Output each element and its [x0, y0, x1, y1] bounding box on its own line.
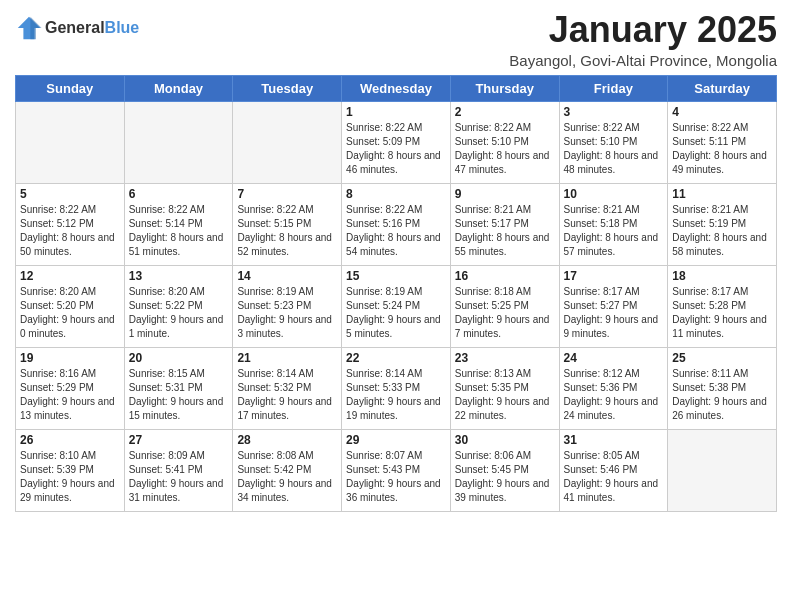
day-info: Sunrise: 8:16 AMSunset: 5:29 PMDaylight:… [20, 367, 120, 423]
header-sunday: Sunday [16, 75, 125, 101]
month-title: January 2025 [509, 10, 777, 50]
day-info: Sunrise: 8:17 AMSunset: 5:28 PMDaylight:… [672, 285, 772, 341]
day-info: Sunrise: 8:19 AMSunset: 5:24 PMDaylight:… [346, 285, 446, 341]
day-number: 21 [237, 351, 337, 365]
day-info: Sunrise: 8:20 AMSunset: 5:20 PMDaylight:… [20, 285, 120, 341]
day-number: 17 [564, 269, 664, 283]
day-number: 30 [455, 433, 555, 447]
day-info: Sunrise: 8:22 AMSunset: 5:11 PMDaylight:… [672, 121, 772, 177]
day-number: 13 [129, 269, 229, 283]
day-info: Sunrise: 8:14 AMSunset: 5:32 PMDaylight:… [237, 367, 337, 423]
day-number: 16 [455, 269, 555, 283]
day-number: 18 [672, 269, 772, 283]
day-number: 9 [455, 187, 555, 201]
subtitle: Bayangol, Govi-Altai Province, Mongolia [509, 52, 777, 69]
calendar-cell: 13Sunrise: 8:20 AMSunset: 5:22 PMDayligh… [124, 265, 233, 347]
day-info: Sunrise: 8:21 AMSunset: 5:17 PMDaylight:… [455, 203, 555, 259]
day-number: 6 [129, 187, 229, 201]
header: GeneralBlue January 2025 Bayangol, Govi-… [15, 10, 777, 69]
day-number: 10 [564, 187, 664, 201]
day-info: Sunrise: 8:13 AMSunset: 5:35 PMDaylight:… [455, 367, 555, 423]
day-number: 8 [346, 187, 446, 201]
day-info: Sunrise: 8:17 AMSunset: 5:27 PMDaylight:… [564, 285, 664, 341]
logo-icon [15, 14, 43, 42]
day-info: Sunrise: 8:11 AMSunset: 5:38 PMDaylight:… [672, 367, 772, 423]
day-info: Sunrise: 8:22 AMSunset: 5:10 PMDaylight:… [564, 121, 664, 177]
day-number: 5 [20, 187, 120, 201]
page-container: GeneralBlue January 2025 Bayangol, Govi-… [0, 0, 792, 522]
calendar-cell: 30Sunrise: 8:06 AMSunset: 5:45 PMDayligh… [450, 429, 559, 511]
day-info: Sunrise: 8:19 AMSunset: 5:23 PMDaylight:… [237, 285, 337, 341]
header-friday: Friday [559, 75, 668, 101]
day-info: Sunrise: 8:22 AMSunset: 5:14 PMDaylight:… [129, 203, 229, 259]
calendar-week-3: 12Sunrise: 8:20 AMSunset: 5:20 PMDayligh… [16, 265, 777, 347]
day-number: 22 [346, 351, 446, 365]
calendar-week-1: 1Sunrise: 8:22 AMSunset: 5:09 PMDaylight… [16, 101, 777, 183]
day-number: 20 [129, 351, 229, 365]
calendar-week-4: 19Sunrise: 8:16 AMSunset: 5:29 PMDayligh… [16, 347, 777, 429]
calendar-cell [16, 101, 125, 183]
calendar-cell: 6Sunrise: 8:22 AMSunset: 5:14 PMDaylight… [124, 183, 233, 265]
day-number: 11 [672, 187, 772, 201]
day-info: Sunrise: 8:10 AMSunset: 5:39 PMDaylight:… [20, 449, 120, 505]
day-info: Sunrise: 8:08 AMSunset: 5:42 PMDaylight:… [237, 449, 337, 505]
day-number: 1 [346, 105, 446, 119]
calendar-cell: 3Sunrise: 8:22 AMSunset: 5:10 PMDaylight… [559, 101, 668, 183]
day-info: Sunrise: 8:18 AMSunset: 5:25 PMDaylight:… [455, 285, 555, 341]
calendar-cell: 14Sunrise: 8:19 AMSunset: 5:23 PMDayligh… [233, 265, 342, 347]
calendar-body: 1Sunrise: 8:22 AMSunset: 5:09 PMDaylight… [16, 101, 777, 511]
day-info: Sunrise: 8:21 AMSunset: 5:18 PMDaylight:… [564, 203, 664, 259]
calendar-cell: 19Sunrise: 8:16 AMSunset: 5:29 PMDayligh… [16, 347, 125, 429]
calendar-cell [668, 429, 777, 511]
calendar-cell: 15Sunrise: 8:19 AMSunset: 5:24 PMDayligh… [342, 265, 451, 347]
day-number: 4 [672, 105, 772, 119]
day-number: 23 [455, 351, 555, 365]
day-info: Sunrise: 8:15 AMSunset: 5:31 PMDaylight:… [129, 367, 229, 423]
weekday-header-row: Sunday Monday Tuesday Wednesday Thursday… [16, 75, 777, 101]
day-info: Sunrise: 8:22 AMSunset: 5:10 PMDaylight:… [455, 121, 555, 177]
calendar-cell: 27Sunrise: 8:09 AMSunset: 5:41 PMDayligh… [124, 429, 233, 511]
day-info: Sunrise: 8:22 AMSunset: 5:09 PMDaylight:… [346, 121, 446, 177]
calendar-cell: 9Sunrise: 8:21 AMSunset: 5:17 PMDaylight… [450, 183, 559, 265]
day-number: 25 [672, 351, 772, 365]
calendar-cell: 28Sunrise: 8:08 AMSunset: 5:42 PMDayligh… [233, 429, 342, 511]
calendar-week-2: 5Sunrise: 8:22 AMSunset: 5:12 PMDaylight… [16, 183, 777, 265]
day-info: Sunrise: 8:12 AMSunset: 5:36 PMDaylight:… [564, 367, 664, 423]
calendar-cell: 31Sunrise: 8:05 AMSunset: 5:46 PMDayligh… [559, 429, 668, 511]
calendar-cell: 2Sunrise: 8:22 AMSunset: 5:10 PMDaylight… [450, 101, 559, 183]
calendar-cell: 5Sunrise: 8:22 AMSunset: 5:12 PMDaylight… [16, 183, 125, 265]
day-info: Sunrise: 8:22 AMSunset: 5:12 PMDaylight:… [20, 203, 120, 259]
calendar-cell: 4Sunrise: 8:22 AMSunset: 5:11 PMDaylight… [668, 101, 777, 183]
calendar-cell: 18Sunrise: 8:17 AMSunset: 5:28 PMDayligh… [668, 265, 777, 347]
calendar-cell: 12Sunrise: 8:20 AMSunset: 5:20 PMDayligh… [16, 265, 125, 347]
logo-text: GeneralBlue [45, 19, 139, 37]
day-number: 24 [564, 351, 664, 365]
calendar-cell: 25Sunrise: 8:11 AMSunset: 5:38 PMDayligh… [668, 347, 777, 429]
calendar-cell: 29Sunrise: 8:07 AMSunset: 5:43 PMDayligh… [342, 429, 451, 511]
day-number: 7 [237, 187, 337, 201]
day-number: 26 [20, 433, 120, 447]
calendar-cell: 24Sunrise: 8:12 AMSunset: 5:36 PMDayligh… [559, 347, 668, 429]
calendar-cell: 21Sunrise: 8:14 AMSunset: 5:32 PMDayligh… [233, 347, 342, 429]
calendar-cell: 7Sunrise: 8:22 AMSunset: 5:15 PMDaylight… [233, 183, 342, 265]
day-info: Sunrise: 8:14 AMSunset: 5:33 PMDaylight:… [346, 367, 446, 423]
calendar-cell: 1Sunrise: 8:22 AMSunset: 5:09 PMDaylight… [342, 101, 451, 183]
day-info: Sunrise: 8:22 AMSunset: 5:15 PMDaylight:… [237, 203, 337, 259]
calendar-table: Sunday Monday Tuesday Wednesday Thursday… [15, 75, 777, 512]
day-info: Sunrise: 8:09 AMSunset: 5:41 PMDaylight:… [129, 449, 229, 505]
day-number: 3 [564, 105, 664, 119]
day-number: 15 [346, 269, 446, 283]
calendar-cell: 23Sunrise: 8:13 AMSunset: 5:35 PMDayligh… [450, 347, 559, 429]
calendar-cell: 11Sunrise: 8:21 AMSunset: 5:19 PMDayligh… [668, 183, 777, 265]
calendar-cell: 26Sunrise: 8:10 AMSunset: 5:39 PMDayligh… [16, 429, 125, 511]
day-info: Sunrise: 8:06 AMSunset: 5:45 PMDaylight:… [455, 449, 555, 505]
calendar-cell: 10Sunrise: 8:21 AMSunset: 5:18 PMDayligh… [559, 183, 668, 265]
header-saturday: Saturday [668, 75, 777, 101]
title-block: January 2025 Bayangol, Govi-Altai Provin… [509, 10, 777, 69]
day-number: 31 [564, 433, 664, 447]
header-thursday: Thursday [450, 75, 559, 101]
logo: GeneralBlue [15, 14, 139, 42]
header-wednesday: Wednesday [342, 75, 451, 101]
day-info: Sunrise: 8:22 AMSunset: 5:16 PMDaylight:… [346, 203, 446, 259]
day-number: 28 [237, 433, 337, 447]
